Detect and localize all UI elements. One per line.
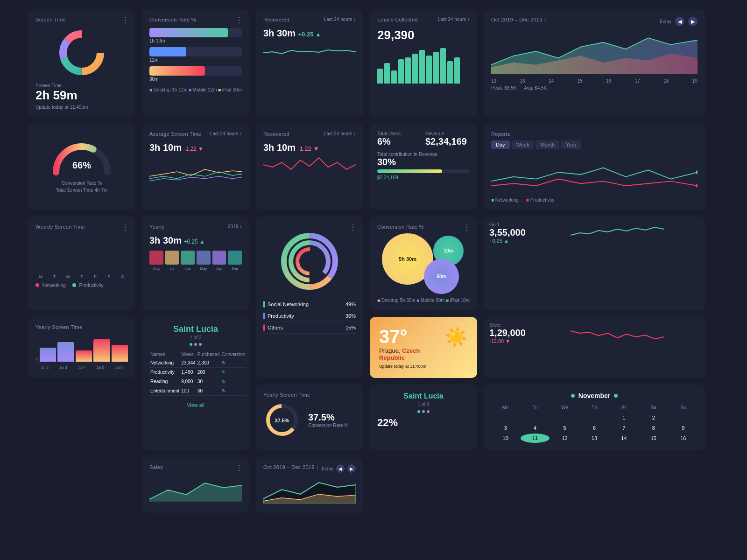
cal-day-9[interactable]: 9 — [669, 423, 698, 433]
bubble-menu[interactable]: ⋮ — [463, 223, 471, 232]
contribution-bar-label: $2,34,169 — [377, 175, 470, 180]
cal-day-2[interactable]: 2 — [639, 413, 668, 422]
weekly-legend-networking: Networking — [35, 283, 66, 288]
weekly-menu[interactable]: ⋮ — [121, 223, 129, 232]
gold-sparkline — [535, 224, 699, 242]
users-revenue-card: Total Users 6% Revenue $2,34,169 Total c… — [370, 124, 477, 210]
cal-day-13[interactable]: 13 — [580, 434, 608, 443]
cal-day-11-today[interactable]: 11 — [521, 434, 549, 443]
cal-day-16[interactable]: 16 — [669, 434, 698, 443]
month-bar-may — [197, 251, 211, 265]
bubble-desktop-dot: ■ — [377, 298, 380, 303]
avg-screen-header: Average Screen Time Last 24 hours ↕ — [149, 131, 242, 140]
oct-dec-bottom-title: Oct 2019 – Dec 2019 ↕ — [263, 464, 319, 470]
productivity-legend-dot — [72, 283, 76, 287]
cal-header-we: We — [550, 403, 579, 412]
saint-lucia-title: Saint Lucia — [149, 324, 242, 334]
conversion-bar-menu[interactable]: ⋮ — [235, 16, 243, 25]
recovered-1-title: Recovered — [263, 17, 289, 22]
sales-title: Sales — [149, 464, 242, 470]
cal-day-7[interactable]: 7 — [610, 423, 638, 433]
bar-track-2 — [149, 47, 242, 56]
recovered-1-header: Recovered Last 24 hours ↕ — [263, 17, 356, 26]
day-f: F — [90, 274, 101, 279]
day-w: W — [63, 274, 73, 279]
donut-big-menu[interactable]: ⋮ — [349, 223, 357, 232]
oct-dec-prev[interactable]: ◀ — [675, 17, 684, 26]
oct-dec-bottom-next[interactable]: ▶ — [347, 464, 356, 473]
sl-col-names: Names — [149, 350, 180, 358]
view-all-container: View all — [149, 400, 242, 409]
oct-dec-next[interactable]: ▶ — [688, 17, 698, 26]
recovered-2-title: Recovered — [263, 131, 289, 137]
emails-card: Emails Collected Last 24 hours ↕ 29,390 — [370, 9, 477, 117]
email-bar-1 — [377, 69, 383, 84]
cal-day-6[interactable]: 6 — [580, 423, 608, 433]
emails-last24: Last 24 hours ↕ — [438, 17, 470, 22]
reports-tab-week[interactable]: Week — [512, 140, 534, 149]
bubble-mobile: 50m — [424, 259, 459, 294]
yearly-small-bars: 4 — [35, 334, 128, 362]
legend-desktop: ■ Desktop 1h 12m — [149, 87, 188, 92]
bubble-ipad-dot: ■ — [446, 298, 449, 303]
avg-screen-value-row: 3h 10m -1.22 ▼ — [149, 142, 242, 153]
oct-dec-peak: Peak: $6.5K — [491, 85, 516, 91]
cal-day-4[interactable]: 4 — [521, 423, 549, 433]
sl-reading-purchased: 30 — [197, 377, 221, 386]
yearly-screen-bottom-card: Yearly Screen Time 37.5% 37.5% Conversio… — [256, 385, 363, 450]
contribution-value: 30% — [377, 157, 470, 168]
category-productivity: Productivity 36% — [263, 310, 356, 322]
yearly-bar-3 — [76, 350, 92, 362]
reports-tab-month[interactable]: Month — [536, 140, 559, 149]
yearly-screen-bottom-value: 37.5% — [308, 412, 348, 423]
reports-tab-year[interactable]: Year — [561, 140, 581, 149]
view-all-link[interactable]: View all — [187, 402, 204, 408]
avg-screen-title: Average Screen Time — [149, 131, 201, 137]
avg-screen-sparklines — [149, 153, 242, 186]
day-t: T — [49, 274, 60, 279]
oct-dec-bottom-prev[interactable]: ◀ — [336, 464, 345, 473]
yearly-donut-small: 37.5% — [263, 401, 301, 439]
users-revenue-grid: Total Users 6% Revenue $2,34,169 — [377, 131, 470, 147]
weekly-screen-card: Weekly Screen Time ⋮ — [28, 217, 135, 310]
cal-header-fr: Fr — [610, 403, 638, 412]
bubble-ipad-value: 10m — [444, 248, 453, 253]
bubble-legend-ipad: ■ iPad 10m — [446, 298, 470, 303]
cal-day-8[interactable]: 8 — [639, 423, 668, 433]
day-t2: T — [76, 274, 87, 279]
cal-empty-1 — [491, 413, 520, 422]
recovered-2-sparkline — [263, 153, 356, 176]
bubble-container: 5h 30m 10m 50m — [377, 233, 470, 294]
screen-time-update: Update today at 11:40pm — [35, 105, 128, 110]
emails-value: 29,390 — [377, 28, 470, 42]
bar-track-1 — [149, 28, 242, 37]
sales-menu[interactable]: ⋮ — [235, 463, 243, 472]
gauge-label: Conversion Rate % Total Screen Time 4h 7… — [35, 181, 128, 193]
cal-day-3[interactable]: 3 — [491, 423, 520, 433]
cal-day-10[interactable]: 10 — [491, 434, 520, 443]
sl-bottom-dot-1 — [417, 410, 420, 413]
recovered-2-last24: Last 24 hours ↕ — [324, 131, 356, 136]
month-may: May — [197, 266, 211, 271]
weather-city: Prague, Czech Republic — [379, 347, 444, 361]
cal-empty-4 — [580, 413, 608, 422]
cal-day-5[interactable]: 5 — [550, 423, 579, 433]
screen-time-menu[interactable]: ⋮ — [121, 16, 129, 25]
oct-dec-bottom-header: Oct 2019 – Dec 2019 ↕ Today ◀ ▶ — [263, 464, 356, 474]
weather-card: 37° Prague, Czech Republic Update today … — [370, 317, 477, 378]
weekly-title: Weekly Screen Time — [35, 224, 128, 230]
screen-time-card: Screen Time ⋮ — [28, 9, 135, 117]
month-apr: Apr — [212, 266, 226, 271]
silver-change: -12.00 ▼ — [489, 338, 526, 344]
bar-label-3: 30m — [149, 77, 242, 82]
cal-day-1[interactable]: 1 — [610, 413, 638, 422]
bar-fill-2 — [149, 47, 186, 56]
cal-day-14[interactable]: 14 — [610, 434, 638, 443]
sl-prod-icon: ↻ — [221, 368, 247, 377]
reports-tab-day[interactable]: Day — [491, 140, 510, 149]
cal-day-15[interactable]: 15 — [639, 434, 668, 443]
email-bar-6 — [412, 54, 418, 84]
cal-day-12[interactable]: 12 — [550, 434, 579, 443]
revenue-section: Revenue $2,34,169 — [425, 131, 470, 147]
sl-reading-name: Reading — [149, 377, 180, 386]
